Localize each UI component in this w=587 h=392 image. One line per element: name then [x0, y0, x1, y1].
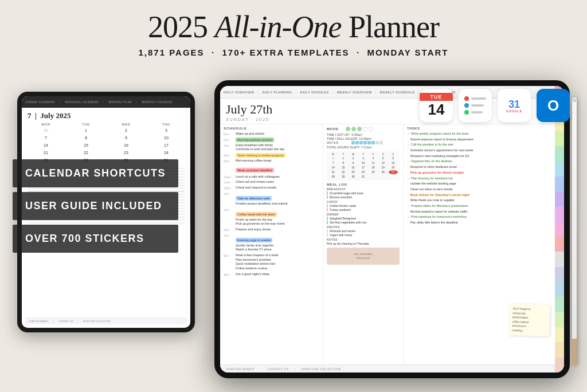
- planner-tab-colors: [555, 86, 564, 373]
- reminders-icon: [459, 89, 492, 122]
- schedule-item: 7am Enjoy breakfast with family Commute …: [224, 143, 319, 152]
- task-item: ○ Schedule doctor's appointment for next…: [407, 148, 561, 153]
- task-item: ○ Book tickets for Saturday's movie nigh…: [407, 193, 561, 198]
- google-calendar-icon: 31 Google: [498, 89, 531, 122]
- page-title: 2025 All-in-One Planner: [0, 10, 587, 44]
- task-item: ○ Update the website landing page: [407, 182, 561, 186]
- sticky-note: Don't forget toreview thepresentationsli…: [509, 304, 550, 336]
- header: 2025 All-in-One Planner 1,871 PAGES · 17…: [0, 0, 587, 57]
- badge-calendar-shortcuts: CALENDAR SHORTCUTS: [13, 159, 178, 187]
- apple-pencil: [572, 97, 577, 366]
- right-tablet: DAILY OVERVIEW | DAILY PLANNING | DAILY …: [214, 80, 570, 378]
- task-item: ○ Research new marketing strategies for …: [407, 154, 561, 159]
- schedule-item: 2pm Coffee break with the team Finish up…: [224, 207, 319, 226]
- badge-stickers: OVER 700 STICKERS: [13, 225, 178, 253]
- schedule-item: 6am Morning workout session: [224, 138, 319, 142]
- task-item: ✓ Call the plumber to fix the sink: [407, 143, 561, 147]
- task-item: ✓ Print handouts for tomorrow's workshop: [407, 215, 561, 219]
- outlook-icon-box: O: [537, 89, 570, 122]
- middle-column: MOOD TIME I GOT UP: 5:05am TIME I: [323, 124, 404, 364]
- schedule-item: 6pm Prepare and enjoy dinner: [224, 228, 319, 232]
- apple-calendar-icon: TUE 14: [420, 89, 453, 122]
- task-item: ○ Clean out inbox to zero emails: [407, 187, 561, 192]
- task-item: ○ Review analytics report for website tr…: [407, 210, 561, 214]
- schedule-item: 11am Client call and review notes: [224, 180, 319, 185]
- app-icons-row: TUE 14 31 Google: [420, 89, 570, 122]
- planner-body: SCHEDULE 5am Wake up and stretch 6am Mor…: [220, 124, 564, 364]
- task-item: ○ Submit expense report to finance depar…: [407, 138, 561, 142]
- task-item: ○ Respond to client feedback email: [407, 165, 561, 170]
- mood-row: MOOD: [327, 127, 400, 131]
- task-item: ✓ Organize files on the desktop: [407, 159, 561, 164]
- planner-content: DAILY OVERVIEW | DAILY PLANNING | DAILY …: [220, 86, 564, 373]
- schedule-column: SCHEDULE 5am Wake up and stretch 6am Mor…: [220, 124, 323, 364]
- main-container: 2025 All-in-One Planner 1,871 PAGES · 17…: [0, 0, 587, 392]
- header-subtitle: 1,871 PAGES · 170+ EXTRA TEMPLATES · MON…: [0, 48, 587, 57]
- water-tracker: WATER: [327, 141, 400, 144]
- schedule-item: 8pm Read a few chapters of a book Plan t…: [224, 253, 319, 271]
- schedule-item: 8am Team meeting to review progress: [224, 153, 319, 158]
- tasks-column: TASKS ✓ Write weekly progress report for…: [404, 124, 564, 364]
- task-item: ✓ Prepare slides for Monday's presentati…: [407, 204, 561, 209]
- task-item: ✓ Write weekly progress report for the t…: [407, 132, 561, 136]
- feature-badges: CALENDAR SHORTCUTS USER GUIDE INCLUDED O…: [13, 159, 178, 257]
- task-item: ○ Pay utility bills before the deadline: [407, 221, 561, 225]
- schedule-item: 7pm Evening yoga to unwind Quality famil…: [224, 233, 319, 252]
- schedule-item: 9pm Get a good night's sleep: [224, 272, 319, 277]
- schedule-item: 12pm Check and respond to emails: [224, 186, 319, 190]
- meal-section: MEAL LOG BREAKFAST Scrambled eggs with t…: [327, 183, 400, 245]
- journal-box: YOU JOURNEY,YOUR WAY: [327, 248, 400, 265]
- badge-user-guide: USER GUIDE INCLUDED: [13, 192, 178, 220]
- schedule-item: 10am Lunch at a cafe with colleagues: [224, 175, 319, 179]
- task-item: ○ Write thank-you note to supplier: [407, 198, 561, 203]
- planner-footer: CHAPTER BANDIT | CONTACT US | SHOP OUR C…: [220, 364, 564, 373]
- mini-calendar: M T W T F S S 30 1 2: [327, 151, 400, 181]
- schedule-item: 5am Wake up and stretch: [224, 132, 319, 136]
- schedule-item: 9am Mid-morning coffee break Wrap up pro…: [224, 159, 319, 174]
- task-item: ✓ Plan itinerary for weekend trip: [407, 177, 561, 181]
- schedule-item: 1pm Take an afternoon walk Finalize proj…: [224, 191, 319, 206]
- task-item: ○ Pick up groceries for dinner tonight: [407, 171, 561, 175]
